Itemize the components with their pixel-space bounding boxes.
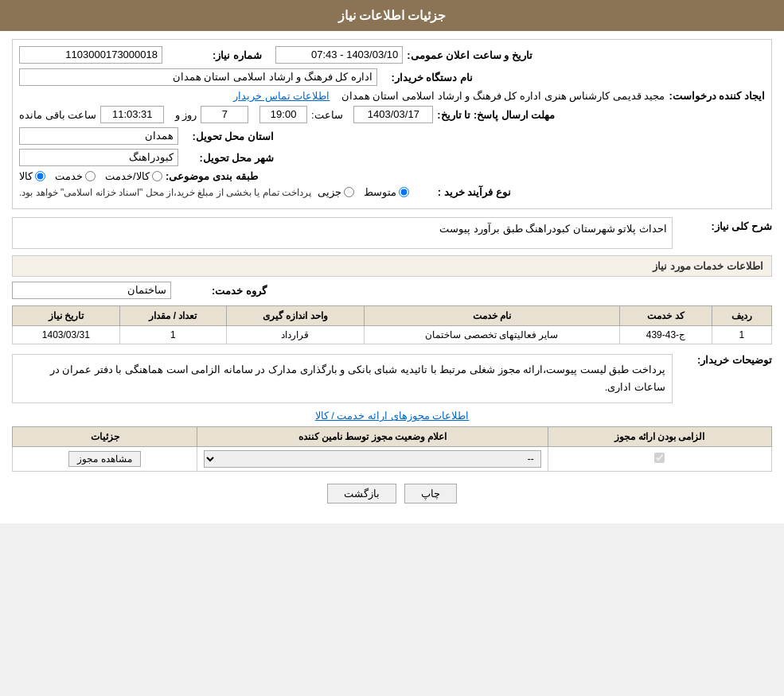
view-mojawwaz-button[interactable]: مشاهده مجوز: [68, 451, 140, 467]
sharh-label: شرح کلی نیاز:: [677, 217, 772, 232]
services-table: ردیف کد خدمت نام خدمت واحد اندازه گیری ت…: [12, 305, 772, 344]
main-info-section: تاریخ و ساعت اعلان عمومی: 1403/03/10 - 0…: [12, 39, 772, 209]
shahr-value: کبودراهنگ: [19, 149, 178, 166]
table-row: 1 ج-43-439 سایر فعالیتهای تخصصی ساختمان …: [13, 326, 772, 344]
page-header: جزئیات اطلاعات نیاز: [0, 0, 784, 31]
name-dasgah-value: اداره کل فرهنگ و ارشاد اسلامی استان همدا…: [19, 68, 377, 86]
shomara-value: 1103000173000018: [19, 46, 162, 64]
mojawwaz-table: الزامی بودن ارائه مجوز اعلام وضعیت مجوز …: [12, 426, 772, 472]
mojawwaz-table-wrapper: الزامی بودن ارائه مجوز اعلام وضعیت مجوز …: [12, 426, 772, 472]
group-khadamat-label: گروه خدمت:: [171, 285, 267, 297]
col-vahed: واحد اندازه گیری: [227, 306, 364, 326]
mojawwaz-col-eelam: اعلام وضعیت مجوز توسط نامین کننده: [197, 427, 548, 447]
print-button[interactable]: چاپ: [404, 484, 457, 504]
tawzih-value: پرداخت طبق لیست پیوست،ارائه مجوز شغلی مر…: [12, 354, 673, 403]
noue-farayand-radio-group: متوسط جزیی: [318, 186, 409, 198]
mohlat-saat-mande: 11:03:31: [100, 106, 164, 123]
tabaqe-khadamat-radio[interactable]: [85, 171, 96, 181]
tabaqe-kala-only-radio[interactable]: [35, 171, 45, 181]
khadamat-title: اطلاعات خدمات مورد نیاز: [12, 255, 772, 277]
group-khadamat-value: ساختمان: [12, 282, 171, 299]
sharh-section: شرح کلی نیاز: احداث پلاتو شهرستان کبودرا…: [12, 217, 772, 249]
mojawwaz-checkbox: [654, 453, 665, 463]
page-title: جزئیات اطلاعات نیاز: [338, 9, 447, 22]
cell-vahed: قرارداد: [227, 326, 364, 344]
ijad-value: مجید قدیمی کارشناس هنری اداره کل فرهنگ و…: [19, 90, 669, 102]
col-name: نام خدمت: [364, 306, 619, 326]
ostan-row: استان محل تحویل: همدان: [19, 127, 765, 145]
ettelaat-tamas-link[interactable]: اطلاعات تماس خریدار: [233, 90, 330, 102]
cell-tarikh: 1403/03/31: [13, 326, 120, 344]
tabaqe-kala-item: کالا/خدمت: [105, 170, 162, 182]
noue-farayand-row: نوع فرآیند خرید : متوسط جزیی پرداخت تمام…: [19, 186, 765, 198]
tabaqe-kala-only-label: کالا: [19, 170, 33, 182]
noue-motevasset-item: متوسط: [364, 186, 409, 198]
sharh-value: احداث پلاتو شهرستان کبودراهنگ طبق برآورد…: [12, 217, 673, 249]
ostan-value: همدان: [19, 127, 178, 145]
mojawwaz-details-cell: مشاهده مجوز: [13, 447, 197, 472]
shahr-row: شهر محل تحویل: کبودراهنگ: [19, 149, 765, 166]
tabaqe-kala-only-item: کالا: [19, 170, 45, 182]
cell-name: سایر فعالیتهای تخصصی ساختمان: [364, 326, 619, 344]
tabaqe-kala-label: کالا/خدمت: [105, 170, 150, 182]
mojawwaz-elzami-cell: [548, 447, 771, 472]
ostan-label: استان محل تحویل:: [178, 130, 274, 142]
mohlat-roz-label: روز و: [175, 109, 197, 121]
mohlat-saat-label: ساعت باقی مانده: [19, 109, 96, 121]
shahr-label: شهر محل تحویل:: [178, 152, 274, 164]
ijad-konande-row: ایجاد کننده درخواست: مجید قدیمی کارشناس …: [19, 90, 765, 102]
col-code: کد خدمت: [619, 306, 712, 326]
mohlat-label: مهلت ارسال پاسخ: تا تاریخ:: [437, 109, 555, 121]
noue-jozyi-label: جزیی: [318, 186, 341, 198]
mohlat-date: 1403/03/17: [353, 106, 433, 123]
mojawwaz-col-details: جزئیات: [13, 427, 197, 447]
tawzih-label: توضیحات خریدار:: [677, 351, 772, 366]
col-radif: ردیف: [712, 306, 771, 326]
noue-motevasset-radio[interactable]: [399, 187, 409, 197]
col-tarikh: تاریخ نیاز: [13, 306, 120, 326]
noue-jozyi-radio[interactable]: [344, 187, 354, 197]
col-tedad: تعداد / مقدار: [119, 306, 227, 326]
cell-tedad: 1: [119, 326, 227, 344]
tabaqe-kala-radio[interactable]: [152, 171, 162, 181]
cell-code: ج-43-439: [619, 326, 712, 344]
action-buttons: چاپ بازگشت: [12, 484, 772, 504]
noue-farayand-label: نوع فرآیند خرید :: [415, 186, 511, 198]
noue-farayand-text: پرداخت تمام یا بخشی از مبلغ خرید،از محل …: [19, 187, 311, 198]
group-khadamat-row: گروه خدمت: ساختمان: [12, 282, 772, 299]
mojawwaz-col-elzami: الزامی بودن ارائه مجوز: [548, 427, 771, 447]
shomara-label: شماره نیاز:: [166, 49, 262, 61]
tabaqe-khadamat-item: خدمت: [55, 170, 96, 182]
name-dasgah-row: نام دستگاه خریدار: اداره کل فرهنگ و ارشا…: [19, 68, 765, 86]
tabaqe-label: طبقه بندی موضوعی:: [162, 170, 258, 182]
tabaqe-radio-group: کالا/خدمت خدمت کالا: [19, 170, 162, 182]
noue-motevasset-label: متوسط: [364, 186, 396, 198]
shomara-tarikh-row: تاریخ و ساعت اعلان عمومی: 1403/03/10 - 0…: [19, 46, 765, 64]
tarikh-value: 1403/03/10 - 07:43: [275, 46, 403, 64]
mojawwaz-eelam-select[interactable]: --: [204, 450, 541, 468]
mohlat-row: مهلت ارسال پاسخ: تا تاریخ: 1403/03/17 سا…: [19, 106, 765, 123]
mohlat-time-label: ساعت:: [311, 109, 343, 121]
tawzih-section: توضیحات خریدار: پرداخت طبق لیست پیوست،ار…: [12, 351, 772, 403]
mohlat-time: 19:00: [259, 106, 307, 123]
tabaqe-row: طبقه بندی موضوعی: کالا/خدمت خدمت کالا: [19, 170, 765, 182]
mojawwaz-title[interactable]: اطلاعات مجوزهای ارائه خدمت / کالا: [12, 410, 772, 422]
mojawwaz-table-row: -- مشاهده مجوز: [13, 447, 772, 472]
name-dasgah-label: نام دستگاه خریدار:: [377, 72, 473, 84]
services-table-wrapper: ردیف کد خدمت نام خدمت واحد اندازه گیری ت…: [12, 305, 772, 344]
mohlat-roz-value: 7: [201, 106, 248, 123]
mojawwaz-eelam-cell: --: [197, 447, 548, 472]
back-button[interactable]: بازگشت: [327, 484, 396, 504]
tabaqe-khadamat-label: خدمت: [55, 170, 83, 182]
tarikh-label: تاریخ و ساعت اعلان عمومی:: [407, 49, 532, 61]
cell-radif: 1: [712, 326, 771, 344]
noue-jozyi-item: جزیی: [318, 186, 354, 198]
ijad-label: ایجاد کننده درخواست:: [669, 90, 765, 102]
